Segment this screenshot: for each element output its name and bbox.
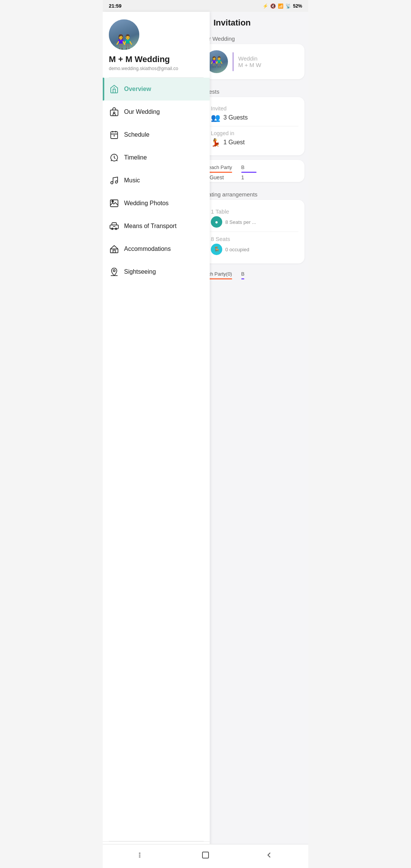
home-icon: [109, 84, 119, 94]
seats-icon: 🪑: [211, 244, 222, 255]
nav-items: Overview Our Wedding: [103, 78, 210, 841]
our-wedding-label: Our Wedding: [124, 108, 160, 115]
nav-menu-button[interactable]: [131, 849, 153, 863]
seating-b-label: B: [241, 271, 245, 277]
guests-section-label: Guests: [195, 84, 308, 97]
status-time: 21:59: [109, 3, 121, 9]
profile-name: M + M Wedding: [109, 54, 204, 64]
wedding-card-divider: [233, 52, 234, 71]
music-label: Music: [124, 177, 140, 184]
loggedin-count: 1 Guest: [223, 139, 245, 146]
timeline-label: Timeline: [124, 154, 147, 161]
table-row: ● 8 Seats per ...: [211, 216, 256, 228]
b-tab-label: B: [241, 164, 256, 170]
table-icon: ●: [211, 216, 222, 228]
sidebar-item-wedding-photos[interactable]: Wedding Photos: [103, 192, 210, 215]
panel-title: Invitation: [213, 18, 251, 28]
loggedin-row: 💃 1 Guest: [211, 138, 245, 147]
sidebar-item-schedule[interactable]: Schedule: [103, 123, 210, 146]
seating-seats-item: 8 Seats 🪑 0 occupied: [205, 232, 298, 259]
accommodations-icon: [109, 244, 119, 254]
status-icons: ⚡ 🔇 📶 📡 52%: [263, 3, 302, 9]
nav-back-button[interactable]: [258, 849, 280, 863]
invited-label: Invited: [211, 105, 248, 112]
sightseeing-label: Sightseeing: [124, 268, 156, 275]
transport-icon: [109, 221, 119, 231]
sidebar-item-our-wedding[interactable]: Our Wedding: [103, 101, 210, 123]
svg-point-11: [112, 201, 113, 202]
seating-card: 1 Table ● 8 Seats per ... 8 Seats: [199, 200, 304, 263]
seating-tab-b[interactable]: B: [241, 271, 245, 279]
svg-rect-17: [113, 250, 115, 253]
avatar: 👫: [109, 19, 139, 50]
invited-content: Invited 👥 3 Guests: [211, 105, 248, 122]
seats-content: 8 Seats 🪑 0 occupied: [211, 236, 249, 255]
party-tab-b[interactable]: B 1: [241, 164, 256, 180]
music-icon: [109, 175, 119, 186]
svg-rect-1: [110, 110, 118, 116]
timeline-icon: [109, 152, 119, 163]
table-content: 1 Table ● 8 Seats per ...: [211, 208, 256, 228]
sightseeing-icon: [109, 266, 119, 277]
loggedin-label: Logged in: [211, 130, 245, 136]
party-tabs-row: Beach Party 1 Guest B 1: [205, 164, 298, 180]
wedding-card[interactable]: 👫 Weddin M + M W: [199, 44, 304, 79]
main-container: 👫 M + M Wedding demo.wedding.skiathos@gm…: [103, 12, 308, 865]
sidebar-item-overview[interactable]: Overview: [103, 78, 210, 101]
wedding-photos-label: Wedding Photos: [124, 200, 169, 207]
invited-stat: Invited 👥 3 Guests: [205, 102, 298, 126]
wifi-icon: 📶: [278, 3, 284, 9]
schedule-label: Schedule: [124, 131, 150, 138]
sidebar-item-means-of-transport[interactable]: Means of Transport: [103, 215, 210, 238]
avatar-image: 👫: [109, 19, 139, 50]
profile-email: demo.wedding.skiathos@gmail.co: [109, 66, 204, 71]
svg-point-9: [115, 181, 118, 183]
table-desc: 8 Seats per ...: [225, 219, 256, 225]
seats-title: 8 Seats: [211, 236, 249, 242]
sidebar-item-music[interactable]: Music: [103, 169, 210, 192]
party-tabs-card: Beach Party 1 Guest B 1: [199, 160, 304, 182]
wedding-icon: [109, 107, 119, 117]
seating-b-underline: [241, 278, 245, 279]
seating-tabs-row: Beach Party(0) B: [195, 268, 308, 279]
seats-desc: 0 occupied: [225, 247, 249, 252]
invited-icon: 👥: [211, 113, 220, 122]
sidebar-item-accommodations[interactable]: Accommodations: [103, 238, 210, 260]
status-bar: 21:59 ⚡ 🔇 📶 📡 52%: [103, 0, 308, 12]
svg-point-18: [113, 270, 115, 272]
wedding-card-name: M + M W: [238, 62, 261, 68]
schedule-icon: [109, 129, 119, 140]
photos-icon: [109, 198, 119, 209]
panel-header: ← Invitation: [195, 12, 308, 31]
guests-card: Invited 👥 3 Guests Logged in 💃 1 Guest: [199, 97, 304, 155]
right-panel: ← Invitation Our Wedding 👫 Weddin M + M …: [195, 12, 308, 865]
sidebar-item-timeline[interactable]: Timeline: [103, 146, 210, 169]
means-of-transport-label: Means of Transport: [124, 223, 177, 230]
bluetooth-icon: ⚡: [263, 3, 268, 9]
b-tab-underline: [241, 172, 256, 173]
loggedin-stat: Logged in 💃 1 Guest: [205, 126, 298, 151]
our-wedding-section-label: Our Wedding: [195, 31, 308, 44]
table-title: 1 Table: [211, 208, 256, 215]
sidebar-item-sightseeing[interactable]: Sightseeing: [103, 260, 210, 283]
overview-label: Overview: [124, 86, 151, 93]
seating-section-label: Seating arrangements: [195, 187, 308, 200]
svg-rect-16: [110, 249, 118, 253]
invited-count: 3 Guests: [223, 114, 248, 121]
nav-home-button[interactable]: [195, 849, 216, 863]
bottom-nav: [103, 844, 308, 865]
signal-icon: 📡: [285, 3, 291, 9]
sidebar: 👫 M + M Wedding demo.wedding.skiathos@gm…: [103, 12, 210, 865]
wedding-card-title: Weddin: [238, 55, 261, 62]
loggedin-content: Logged in 💃 1 Guest: [211, 130, 245, 147]
svg-point-0: [114, 87, 115, 88]
sidebar-profile: 👫 M + M Wedding demo.wedding.skiathos@gm…: [103, 12, 210, 77]
battery-text: 52%: [293, 3, 302, 9]
seating-table-item: 1 Table ● 8 Seats per ...: [205, 204, 298, 232]
svg-point-8: [111, 182, 113, 184]
svg-rect-13: [110, 225, 118, 229]
b-tab-count: 1: [241, 174, 256, 180]
svg-rect-23: [202, 852, 209, 858]
mute-icon: 🔇: [270, 3, 276, 9]
invited-row: 👥 3 Guests: [211, 113, 248, 122]
